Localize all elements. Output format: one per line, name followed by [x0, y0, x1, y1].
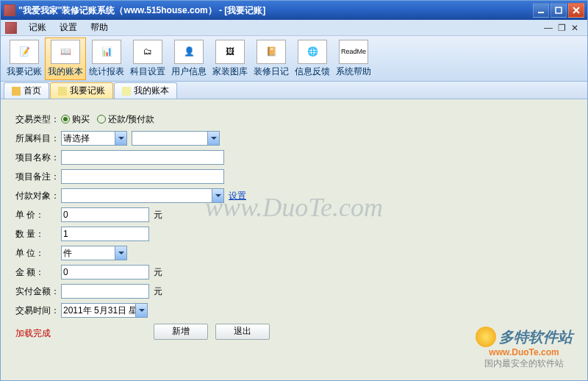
menu-help[interactable]: 帮助 [85, 20, 114, 35]
star-icon [476, 327, 496, 347]
book-icon: 📔 [257, 40, 286, 64]
name-label: 项目名称： [15, 152, 61, 164]
tab-strip: 首页 我要记账 我的账本 [1, 82, 587, 99]
tool-feedback[interactable]: 🌐信息反馈 [292, 38, 333, 80]
title-bar: "我爱我家"装修记账系统（www.515house.com） - [我要记账] [1, 1, 587, 20]
folder-icon [12, 87, 21, 96]
type-radio-group: 购买 还款/预付款 [61, 113, 154, 126]
name-input[interactable] [61, 150, 224, 165]
payee-select[interactable] [61, 188, 224, 203]
subject-label: 所属科目： [15, 132, 61, 145]
menu-bar: 记账 设置 帮助 — ❐ ✕ [1, 20, 587, 36]
amount-unit: 元 [154, 266, 162, 279]
paid-input[interactable] [61, 284, 149, 299]
new-button[interactable]: 新增 [154, 324, 208, 340]
amount-label: 金 额： [15, 266, 61, 279]
radio-buy[interactable]: 购买 [61, 113, 90, 126]
menu-settings[interactable]: 设置 [54, 20, 83, 35]
amount-input[interactable] [61, 265, 149, 279]
payee-settings-link[interactable]: 设置 [229, 190, 246, 202]
price-unit: 元 [154, 209, 162, 221]
radio-refund[interactable]: 还款/预付款 [97, 113, 154, 126]
status-text: 加载完成 [15, 327, 51, 340]
tool-subjects[interactable]: 🗂科目设置 [127, 38, 168, 80]
exit-button[interactable]: 退出 [215, 324, 270, 340]
tab-home[interactable]: 首页 [4, 82, 49, 99]
svg-rect-1 [556, 7, 562, 13]
mdi-close-button[interactable]: ✕ [570, 23, 580, 33]
mdi-restore-button[interactable]: ❐ [556, 23, 567, 33]
date-picker[interactable] [61, 303, 148, 318]
mdi-minimize-button[interactable]: — [543, 23, 553, 33]
brand-tagline: 国内最安全的软件站 [476, 357, 573, 370]
pencil-note-icon: 📝 [10, 40, 39, 64]
date-label: 交易时间： [15, 305, 61, 317]
user-card-icon: 👤 [174, 40, 204, 64]
payee-label: 付款对象： [15, 190, 61, 202]
tool-diary[interactable]: 📔装修日记 [251, 38, 292, 80]
brand-site: www.DuoTe.com [476, 347, 573, 357]
minimize-button[interactable] [533, 3, 549, 18]
brand-block: 多特软件站 www.DuoTe.com 国内最安全的软件站 [476, 327, 573, 370]
maximize-button[interactable] [551, 3, 567, 18]
tab-ledger[interactable]: 我的账本 [114, 82, 177, 99]
app-icon [4, 4, 15, 16]
price-label: 单 价： [15, 209, 61, 221]
sticky-notes-icon: 🗂 [133, 40, 162, 64]
note-icon [58, 87, 67, 96]
tool-reports[interactable]: 📊统计报表 [86, 38, 127, 80]
tool-gallery[interactable]: 🖼家装图库 [209, 38, 251, 80]
remark-input[interactable] [61, 169, 224, 184]
subject-select-2[interactable] [132, 131, 220, 146]
tab-journal[interactable]: 我要记账 [50, 82, 113, 99]
type-label: 交易类型： [15, 113, 61, 126]
unit-label: 单 位： [15, 247, 61, 260]
remark-label: 项目备注： [15, 171, 61, 183]
menu-journal[interactable]: 记账 [23, 20, 52, 35]
menu-icon [5, 22, 17, 34]
open-book-icon: 📖 [51, 40, 80, 64]
tool-ledger[interactable]: 📖我的账本 [45, 38, 86, 80]
tool-user[interactable]: 👤用户信息 [168, 38, 209, 80]
qty-input[interactable] [61, 227, 149, 241]
tool-help[interactable]: ReadMe系统帮助 [333, 38, 374, 80]
picture-icon: 🖼 [215, 40, 245, 64]
price-input[interactable] [61, 207, 149, 222]
qty-label: 数 量： [15, 228, 61, 241]
unit-select[interactable] [61, 246, 127, 260]
globe-icon: 🌐 [298, 40, 327, 64]
book-small-icon [122, 87, 131, 96]
tool-journal[interactable]: 📝我要记账 [4, 38, 45, 80]
chart-icon: 📊 [92, 40, 121, 64]
brand-name: 多特软件站 [499, 327, 573, 347]
subject-select-1[interactable] [61, 131, 127, 146]
window-title: "我爱我家"装修记账系统（www.515house.com） - [我要记账] [18, 4, 533, 17]
close-button[interactable] [568, 3, 584, 18]
paid-unit: 元 [154, 285, 162, 298]
toolbar: 📝我要记账 📖我的账本 📊统计报表 🗂科目设置 👤用户信息 🖼家装图库 📔装修日… [1, 36, 587, 82]
paid-label: 实付金额： [15, 285, 61, 298]
readme-icon: ReadMe [339, 40, 368, 64]
